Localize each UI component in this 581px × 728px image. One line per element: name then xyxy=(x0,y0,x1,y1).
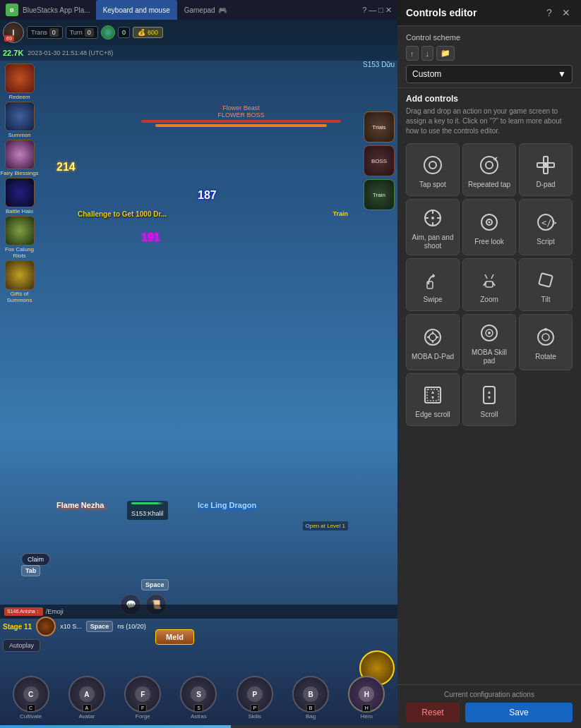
skill-bag[interactable]: B B Bag xyxy=(292,676,329,720)
svg-marker-25 xyxy=(426,336,429,339)
svg-marker-26 xyxy=(436,336,439,339)
svg-rect-20 xyxy=(539,273,553,287)
skill-hero[interactable]: H H Hero xyxy=(348,676,385,720)
control-free-look[interactable]: Free look xyxy=(462,199,516,255)
add-controls-title: Add controls xyxy=(406,94,573,104)
stage-label: Stage 11 xyxy=(3,623,32,631)
hp-bar-area: 22.7K 2023-01-30 21:51:48 (UTC+8) xyxy=(0,45,397,61)
boss-btn[interactable]: BOSS xyxy=(364,145,395,176)
moba-skill-icon xyxy=(477,320,502,346)
zoom-label: Zoom xyxy=(480,296,498,304)
stage-pot-icon xyxy=(36,617,56,636)
app-icon: B xyxy=(6,4,18,16)
reset-button[interactable]: Reset xyxy=(406,703,460,722)
svg-rect-37 xyxy=(484,387,495,404)
xp-bar xyxy=(0,725,397,728)
stage-row: Stage 11 x10 S... Space ns (10/20) xyxy=(3,617,146,636)
svg-marker-39 xyxy=(488,396,491,399)
panel-help-btn[interactable]: ? xyxy=(543,7,556,18)
scheme-dropdown[interactable]: Custom ▼ xyxy=(406,65,573,83)
control-edge-scroll[interactable]: Edge scroll xyxy=(406,373,460,426)
dpad-label: D-pad xyxy=(536,181,555,189)
close-btn[interactable]: ✕ xyxy=(385,6,392,15)
rotate-icon xyxy=(533,324,558,350)
trials-btn[interactable]: Trials xyxy=(364,111,395,142)
skill-skills[interactable]: P P Skills xyxy=(236,676,273,720)
gold-display: 💰 600 xyxy=(133,27,163,38)
svg-text:</>: </> xyxy=(541,218,557,228)
claim-button[interactable]: Claim xyxy=(21,553,50,566)
tab-keyboard[interactable]: Keyboard and mouse xyxy=(96,0,177,20)
controls-panel: Controls editor ? ✕ Control scheme ↑ ↓ 📁… xyxy=(397,0,581,728)
control-script[interactable]: </> Script xyxy=(519,199,573,255)
free-look-label: Free look xyxy=(474,238,504,246)
save-button[interactable]: Save xyxy=(465,703,573,722)
scheme-arrow: ▼ xyxy=(558,69,566,79)
damage-1: 214 xyxy=(56,161,76,174)
svg-marker-38 xyxy=(488,391,491,394)
side-item-fairy[interactable]: Fairy Blessings xyxy=(0,140,39,176)
side-item-redeem[interactable]: Redeem xyxy=(0,63,39,100)
player-name: S153:Khalil xyxy=(131,510,164,517)
right-mini-btns: Trials BOSS Train xyxy=(364,111,395,210)
panel-header: Controls editor ? ✕ xyxy=(397,0,581,26)
side-item-battle-halo[interactable]: Battle Halo xyxy=(0,178,39,214)
stage-count: x10 S... xyxy=(60,623,82,630)
window-topbar: B BlueStacks App Pla... Keyboard and mou… xyxy=(0,0,397,20)
hud-resource: 0 xyxy=(118,27,130,38)
skill-astras[interactable]: S S Astras xyxy=(180,676,217,720)
game-area: B BlueStacks App Pla... Keyboard and mou… xyxy=(0,0,397,728)
event-text: Challenge to Get 1000 Dr... xyxy=(78,210,167,218)
skill-cultivate[interactable]: C C Cultivate xyxy=(13,676,49,720)
svg-point-1 xyxy=(429,162,436,169)
tilt-icon xyxy=(533,267,558,293)
upload-scheme-btn[interactable]: ↑ xyxy=(406,46,419,61)
skill-forge[interactable]: F F Forge xyxy=(124,676,161,720)
control-scroll[interactable]: Scroll xyxy=(462,373,516,426)
edge-scroll-label: Edge scroll xyxy=(415,411,450,419)
free-look-icon xyxy=(477,210,502,235)
edge-scroll-icon xyxy=(420,382,445,408)
scene-label: S153 Dữu xyxy=(363,61,395,68)
autoplay-btn[interactable]: Autoplay xyxy=(3,639,40,652)
swipe-label: Swipe xyxy=(423,296,442,304)
script-label: Script xyxy=(537,238,555,246)
panel-close-btn[interactable]: ✕ xyxy=(560,7,573,18)
bottom-buttons: Reset Save xyxy=(406,703,573,722)
control-repeated-tap[interactable]: Repeated tap xyxy=(462,143,516,196)
minimize-btn[interactable]: — xyxy=(369,6,376,14)
download-scheme-btn[interactable]: ↓ xyxy=(421,46,434,61)
scroll-icon xyxy=(477,382,502,408)
side-item-fox[interactable]: Fox Calung Riots xyxy=(0,216,39,259)
control-zoom[interactable]: Zoom xyxy=(462,258,516,311)
control-tilt[interactable]: Tilt xyxy=(519,258,573,311)
xp-fill xyxy=(0,725,231,728)
dpad-icon xyxy=(533,152,558,178)
swipe-icon xyxy=(420,267,445,293)
control-rotate[interactable]: Rotate xyxy=(519,314,573,370)
panel-header-icons: ? ✕ xyxy=(543,7,573,18)
side-item-gifts[interactable]: Gifts of Summons xyxy=(0,260,39,303)
help-btn[interactable]: ? xyxy=(362,6,366,14)
control-dpad[interactable]: D-pad xyxy=(519,143,573,196)
add-controls-desc: Drag and drop an action on your game scr… xyxy=(406,107,573,136)
control-moba-skill[interactable]: MOBA Skill pad xyxy=(462,314,516,370)
tab-gamepad[interactable]: Gamepad 🎮 xyxy=(177,0,234,20)
svg-point-22 xyxy=(429,334,436,341)
svg-point-12 xyxy=(431,217,434,219)
meld-btn[interactable]: Meld xyxy=(155,629,194,645)
char-flame: Flame Nezha xyxy=(56,501,104,509)
control-swipe[interactable]: Swipe xyxy=(406,258,460,311)
maximize-btn[interactable]: □ xyxy=(378,6,383,14)
control-moba-dpad[interactable]: MOBA D-Pad xyxy=(406,314,460,370)
train-btn[interactable]: Train xyxy=(364,179,395,210)
control-aim-pan[interactable]: Aim, pan and shoot xyxy=(406,199,460,255)
folder-scheme-btn[interactable]: 📁 xyxy=(436,46,455,61)
skill-avatar[interactable]: A A Avatar xyxy=(68,676,105,720)
resource-icon xyxy=(101,25,115,40)
script-icon: </> xyxy=(533,210,558,235)
hp-date: 2023-01-30 21:51:48 (UTC+8) xyxy=(28,49,113,56)
side-item-summon[interactable]: Summon xyxy=(0,102,39,138)
control-tap-spot[interactable]: Tap spot xyxy=(406,143,460,196)
repeated-tap-label: Repeated tap xyxy=(468,181,510,189)
